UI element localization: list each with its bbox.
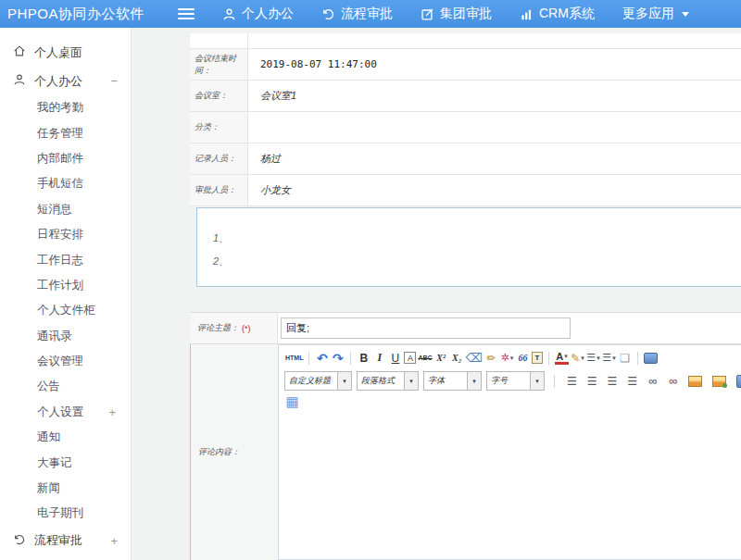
- remove-link-button[interactable]: ∞: [666, 373, 680, 389]
- format-brush-button[interactable]: ✏: [484, 350, 498, 366]
- custom-heading-select[interactable]: 自定义标题▾: [284, 371, 352, 391]
- expand-icon[interactable]: +: [108, 405, 116, 419]
- expand-icon[interactable]: +: [110, 534, 118, 548]
- sidebar-item-e-journal[interactable]: 电子期刊: [0, 501, 131, 526]
- sidebar-item-meeting-management[interactable]: 会议管理: [0, 349, 131, 374]
- font-size-select[interactable]: 字号▾: [486, 371, 545, 391]
- nav-more-apps[interactable]: 更多应用: [622, 6, 689, 22]
- top-bar: PHPOA协同办公软件 个人办公 流程审批 集团审批 CRM系统: [0, 0, 741, 28]
- main-content: 会议结束时间： 2019-08-07 11:47:00 会议室： 会议室1 分类…: [132, 28, 741, 560]
- underline-button[interactable]: U: [388, 350, 402, 366]
- sidebar-item-notice[interactable]: 通知: [0, 425, 131, 450]
- redo-button[interactable]: ↷: [331, 350, 345, 366]
- font-style-button[interactable]: A: [404, 352, 416, 364]
- nav-group-approval[interactable]: 集团审批: [421, 6, 492, 22]
- table-row-end-time: 会议结束时间： 2019-08-07 11:47:00: [190, 49, 741, 81]
- sidebar-item-work-log[interactable]: 工作日志: [0, 247, 131, 272]
- minutes-line: 1、: [213, 227, 741, 250]
- user-icon: [13, 73, 26, 89]
- justify-button[interactable]: ☰: [627, 375, 637, 388]
- sidebar-item-personal-office[interactable]: 个人办公 −: [0, 67, 131, 95]
- app-title: PHPOA协同办公软件: [0, 6, 178, 23]
- highlight-color-button[interactable]: ✎▾: [571, 350, 584, 366]
- nav-personal-office[interactable]: 个人办公: [222, 6, 294, 22]
- caret-down-icon: ▾: [510, 355, 514, 362]
- insert-table-button[interactable]: ▦: [285, 394, 299, 410]
- nav-workflow-approval[interactable]: 流程审批: [321, 6, 393, 22]
- sidebar-item-my-attendance[interactable]: 我的考勤: [0, 95, 131, 120]
- paragraph-format-select[interactable]: 段落格式▾: [357, 371, 419, 391]
- caret-down-icon: ▾: [612, 355, 616, 362]
- table-row-recorder: 记录人员： 杨过: [190, 143, 741, 175]
- italic-button[interactable]: I: [372, 350, 386, 366]
- insert-image-button[interactable]: [688, 376, 702, 387]
- field-value: 小龙女: [248, 175, 741, 205]
- comment-subject-input[interactable]: [281, 317, 571, 339]
- comment-subject-row: 评论主题： (*): [190, 312, 741, 344]
- insert-media-button[interactable]: [736, 375, 741, 388]
- align-center-button[interactable]: ☰: [587, 375, 597, 388]
- new-document-button[interactable]: ❏: [618, 350, 632, 366]
- history-icon: [321, 7, 335, 21]
- sidebar-item-task-management[interactable]: 任务管理: [0, 120, 131, 145]
- upload-image-button[interactable]: [712, 376, 726, 387]
- field-value: 会议室1: [248, 81, 741, 111]
- editor-toolbar-row2: 自定义标题▾ 段落格式▾ 字体▾ 字号▾ ☰ ☰ ☰ ☰ ∞ ∞: [279, 367, 741, 392]
- sidebar-item-schedule[interactable]: 日程安排: [0, 222, 131, 247]
- blockquote-button[interactable]: 66: [516, 350, 530, 366]
- editor-toolbar-row1: HTML ↶ ↷ B I U A ABC X² X₂ ⌫ ✏ ✲▾ 66 T A…: [279, 345, 741, 367]
- table-row-meeting-room: 会议室： 会议室1: [190, 81, 741, 112]
- required-mark: (*): [242, 324, 251, 333]
- comment-content-row: 评论内容： HTML ↶ ↷ B I U A ABC X² X₂ ⌫ ✏ ✲▾ …: [190, 344, 741, 560]
- font-color-button[interactable]: A▾: [555, 352, 569, 365]
- subscript-button[interactable]: X₂: [450, 350, 464, 366]
- align-left-button[interactable]: ☰: [567, 375, 577, 388]
- sidebar-item-workflow-approval[interactable]: 流程审批 +: [0, 527, 131, 555]
- undo-button[interactable]: ↶: [315, 350, 329, 366]
- comment-subject-label: 评论主题： (*): [190, 313, 278, 343]
- table-row-partial: [190, 33, 741, 49]
- sidebar-item-personal-desktop[interactable]: 个人桌面: [0, 38, 131, 67]
- superscript-button[interactable]: X²: [434, 350, 448, 366]
- nav-crm-system[interactable]: CRM系统: [520, 6, 595, 22]
- rich-text-editor: HTML ↶ ↷ B I U A ABC X² X₂ ⌫ ✏ ✲▾ 66 T A…: [278, 344, 741, 560]
- unordered-list-button[interactable]: ☰▾: [602, 350, 616, 366]
- caret-down-icon: ▾: [597, 355, 600, 362]
- ordered-list-button[interactable]: ☰▾: [586, 350, 600, 366]
- insert-link-button[interactable]: ∞: [646, 373, 659, 389]
- menu-toggle-icon[interactable]: [178, 8, 195, 19]
- strikethrough-button[interactable]: ABC: [418, 350, 432, 366]
- editor-toolbar-row3: ▦: [279, 392, 741, 412]
- meeting-detail-table: 会议结束时间： 2019-08-07 11:47:00 会议室： 会议室1 分类…: [190, 33, 741, 206]
- field-label: 分类：: [190, 112, 248, 143]
- field-label: 记录人员：: [190, 143, 248, 174]
- sidebar-item-short-message[interactable]: 短消息: [0, 197, 131, 222]
- sidebar-item-work-plan[interactable]: 工作计划: [0, 273, 131, 298]
- sidebar-item-personal-files[interactable]: 个人文件柜: [0, 298, 131, 323]
- font-family-select[interactable]: 字体▾: [423, 371, 482, 391]
- fullscreen-button[interactable]: [644, 353, 658, 364]
- editor-content-area[interactable]: [279, 412, 741, 559]
- sidebar-item-memorabilia[interactable]: 大事记: [0, 450, 131, 475]
- align-right-button[interactable]: ☰: [608, 375, 618, 388]
- comment-content-label: 评论内容：: [190, 344, 278, 560]
- field-label: 会议室：: [190, 81, 248, 111]
- sidebar-item-internal-mail[interactable]: 内部邮件: [0, 146, 131, 171]
- quick-format-button[interactable]: ✲▾: [500, 350, 514, 366]
- sidebar-item-announcement[interactable]: 公告: [0, 374, 131, 399]
- collapse-icon[interactable]: −: [110, 74, 118, 88]
- sidebar-item-mobile-sms[interactable]: 手机短信: [0, 171, 131, 196]
- bar-chart-icon: [520, 7, 534, 21]
- sidebar-item-news[interactable]: 新闻: [0, 476, 131, 501]
- caret-down-icon: ▾: [467, 372, 481, 390]
- bold-button[interactable]: B: [357, 350, 370, 366]
- source-code-button[interactable]: HTML: [285, 350, 303, 366]
- table-row-category: 分类：: [190, 112, 741, 143]
- caret-down-icon: ▾: [530, 372, 544, 390]
- paste-button[interactable]: T: [532, 352, 543, 364]
- sidebar-item-personal-settings[interactable]: 个人设置 +: [0, 400, 131, 425]
- edit-square-icon: [421, 7, 434, 21]
- sidebar-item-contacts[interactable]: 通讯录: [0, 324, 131, 349]
- field-value: 杨过: [248, 143, 741, 174]
- remove-format-button[interactable]: ⌫: [466, 350, 483, 366]
